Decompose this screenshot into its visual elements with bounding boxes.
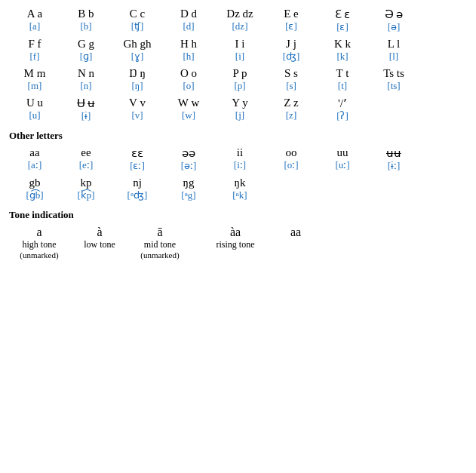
- cell-open-e-long: ɛɛ [ɛː]: [112, 145, 163, 174]
- cell-m: M m [m]: [9, 66, 60, 94]
- cell-e: E e [ɛ]: [266, 6, 317, 35]
- letter-y: Y y: [232, 97, 248, 109]
- ipa-uu: [uː]: [335, 159, 349, 171]
- letter-schwa: Ə ə: [385, 8, 404, 21]
- cell-gb: gb [g͡b]: [9, 175, 60, 203]
- letter-barred-uu: ʉʉ: [386, 146, 401, 160]
- letter-oo: oo: [286, 146, 297, 159]
- cell-t: T t [t]: [317, 66, 368, 94]
- letter-ng-k: ŋk: [235, 177, 246, 189]
- cell-a: A a [a]: [9, 6, 60, 35]
- cell-aa: aa [aː]: [9, 145, 60, 174]
- tone-aa-letter: aa: [290, 226, 301, 239]
- cell-open-e: Ɛ ɛ [ɛ]: [317, 6, 368, 35]
- cell-w: W w [w]: [163, 95, 214, 124]
- ipa-s: [s]: [286, 80, 296, 92]
- letter-i: I i: [235, 38, 245, 51]
- ipa-b: [b]: [80, 20, 91, 32]
- cell-o: O o [o]: [163, 66, 214, 94]
- ipa-h: [h]: [183, 51, 194, 63]
- letter-e: E e: [284, 8, 299, 20]
- letter-o: O o: [180, 67, 197, 80]
- letter-m: M m: [24, 67, 46, 80]
- letter-ng-g: ŋg: [183, 177, 195, 189]
- cell-gh: Gh gh [ɣ]: [112, 36, 163, 64]
- ipa-y: [j]: [235, 109, 244, 121]
- ipa-l: [l]: [389, 51, 398, 63]
- ipa-g: [ɡ]: [80, 51, 93, 63]
- ipa-barred-uu: [ɨː]: [388, 160, 401, 172]
- alphabet-row-1: A a [a] B b [b] C c [ʧ] D d [d] Dz dz [d…: [9, 6, 467, 35]
- tone-title: Tone indication: [9, 209, 467, 221]
- cell-i: I i [i]: [214, 36, 266, 64]
- cell-j: J j [ʤ]: [266, 36, 317, 64]
- tone-high-label: high tone: [23, 239, 57, 250]
- tone-rising-cell: àa rising tone: [205, 224, 266, 261]
- tone-low-label: low tone: [84, 239, 115, 250]
- letter-open-e: Ɛ ɛ: [335, 8, 351, 21]
- ipa-e: [ɛ]: [285, 20, 297, 32]
- ipa-m: [m]: [28, 80, 42, 92]
- ipa-dz: [dz]: [232, 20, 248, 32]
- tone-rising-label: rising tone: [217, 239, 255, 250]
- ipa-kp: [k͡p]: [77, 189, 94, 201]
- letter-gh: Gh gh: [123, 38, 151, 51]
- cell-oo: oo [oː]: [266, 145, 317, 174]
- letter-l: L l: [388, 38, 401, 51]
- tone-high-cell: a high tone (unmarked): [9, 224, 69, 261]
- letter-aa: aa: [29, 146, 39, 159]
- tone-low-cell: à low tone: [69, 224, 130, 261]
- letter-j: J j: [286, 38, 296, 51]
- cell-b: B b [b]: [60, 6, 112, 35]
- ipa-ts: [ts]: [387, 80, 400, 92]
- letter-g: G g: [78, 38, 94, 51]
- letter-ts: Ts ts: [383, 67, 404, 80]
- ipa-k: [k]: [336, 51, 348, 63]
- letter-p: P p: [232, 67, 247, 80]
- ipa-nj: [ⁿʤ]: [127, 189, 148, 201]
- letter-kp: kp: [81, 177, 92, 189]
- letter-uu: uu: [337, 146, 349, 159]
- ipa-ee: [eː]: [79, 159, 93, 171]
- ipa-p: [p]: [234, 80, 245, 92]
- ipa-ng-k: [ⁿk]: [232, 189, 247, 201]
- ipa-gh: [ɣ]: [131, 51, 144, 63]
- tone-high-letter: a: [36, 226, 41, 239]
- cell-nj: nj [ⁿʤ]: [112, 175, 163, 203]
- letter-dz: Dz dz: [226, 8, 253, 20]
- letter-barred-u: Ʉ ʉ: [77, 97, 96, 110]
- cell-ii: ii [iː]: [214, 145, 266, 174]
- ipa-f: [f]: [30, 51, 40, 63]
- letter-z: Z z: [284, 97, 299, 109]
- cell-l: L l [l]: [368, 36, 419, 64]
- ipa-schwa: [ə]: [388, 21, 401, 33]
- letter-h: H h: [180, 38, 197, 51]
- cell-kp: kp [k͡p]: [60, 175, 112, 203]
- tone-mid-sublabel: (unmarked): [140, 250, 179, 260]
- cell-g: G g [ɡ]: [60, 36, 112, 64]
- cell-f: F f [f]: [9, 36, 60, 64]
- ipa-ii: [iː]: [234, 159, 246, 171]
- cell-empty-1: [368, 95, 419, 124]
- tone-mid-label: mid tone: [144, 239, 176, 250]
- letter-d: D d: [180, 8, 197, 20]
- letter-u: U u: [26, 97, 43, 109]
- letter-w: W w: [178, 97, 199, 109]
- cell-barred-uu: ʉʉ [ɨː]: [368, 145, 419, 174]
- cell-ng: Ŋ ŋ [ŋ]: [112, 66, 163, 94]
- ipa-oo: [oː]: [284, 159, 298, 171]
- cell-uu: uu [uː]: [317, 145, 368, 174]
- other-letters-title: Other letters: [9, 130, 467, 142]
- ipa-open-e: [ɛ]: [336, 21, 349, 33]
- alphabet-row-2: F f [f] G g [ɡ] Gh gh [ɣ] H h [h] I i [i…: [9, 36, 467, 64]
- ipa-glottal: [ʔ]: [336, 110, 349, 122]
- ipa-c: [ʧ]: [131, 20, 144, 32]
- cell-glottal: '/ʼ [ʔ]: [317, 95, 368, 124]
- cell-ee: ee [eː]: [60, 145, 112, 174]
- cell-y: Y y [j]: [214, 95, 266, 124]
- letter-schwa-long: əə: [182, 146, 195, 160]
- cell-h: H h [h]: [163, 36, 214, 64]
- ipa-n: [n]: [80, 80, 91, 92]
- cell-ts: Ts ts [ts]: [368, 66, 419, 94]
- alphabet-row-3: M m [m] N n [n] Ŋ ŋ [ŋ] O o [o] P p [p] …: [9, 66, 467, 94]
